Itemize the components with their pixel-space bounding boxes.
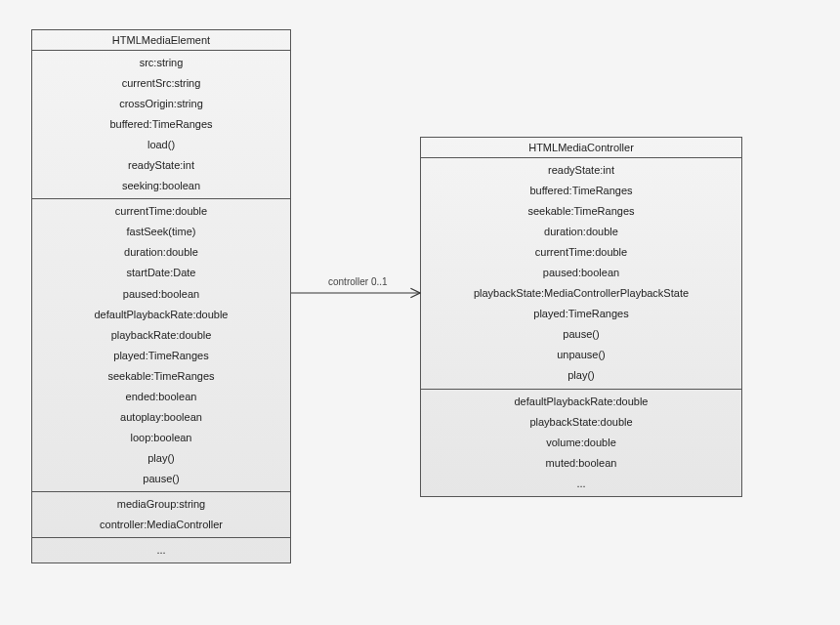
class-section: src:stringcurrentSrc:stringcrossOrigin:s… [32, 51, 290, 199]
class-member: unpause() [421, 345, 741, 365]
association-label: controller 0..1 [328, 276, 388, 287]
class-member: fastSeek(time) [32, 222, 290, 242]
class-member: ... [32, 540, 290, 561]
class-member: seekable:TimeRanges [32, 366, 290, 387]
class-box-htmlmediacontroller: HTMLMediaController readyState:intbuffer… [420, 137, 742, 497]
class-member: currentSrc:string [32, 73, 290, 94]
class-member: ended:boolean [32, 387, 290, 407]
class-member: paused:boolean [421, 263, 741, 283]
class-member: buffered:TimeRanges [421, 181, 741, 201]
class-member: seekable:TimeRanges [421, 201, 741, 222]
class-section: ... [32, 538, 290, 562]
class-member: paused:boolean [32, 284, 290, 305]
class-member: src:string [32, 53, 290, 73]
class-section: currentTime:doublefastSeek(time)duration… [32, 199, 290, 492]
diagram-canvas: HTMLMediaElement src:stringcurrentSrc:st… [0, 0, 840, 625]
class-box-htmlmediaelement: HTMLMediaElement src:stringcurrentSrc:st… [31, 29, 291, 563]
class-member: pause() [32, 469, 290, 489]
class-member: defaultPlaybackRate:double [32, 305, 290, 325]
class-member: volume:double [421, 433, 741, 453]
class-member: playbackRate:double [32, 325, 290, 346]
class-member: played:TimeRanges [32, 346, 290, 366]
class-member: duration:double [32, 242, 290, 263]
class-member: play() [421, 365, 741, 386]
class-member: load() [32, 135, 290, 155]
class-member: muted:boolean [421, 453, 741, 474]
class-member: loop:boolean [32, 428, 290, 448]
class-title: HTMLMediaController [421, 138, 741, 158]
class-member: playbackState:MediaControllerPlaybackSta… [421, 283, 741, 304]
class-member: seeking:boolean [32, 176, 290, 196]
class-section: readyState:intbuffered:TimeRangesseekabl… [421, 158, 741, 390]
class-member: crossOrigin:string [32, 94, 290, 114]
class-section: defaultPlaybackRate:doubleplaybackState:… [421, 390, 741, 496]
class-section: mediaGroup:stringcontroller:MediaControl… [32, 492, 290, 538]
class-member: playbackState:double [421, 412, 741, 433]
class-member: pause() [421, 324, 741, 345]
class-member: duration:double [421, 222, 741, 242]
class-member: defaultPlaybackRate:double [421, 392, 741, 412]
class-member: readyState:int [421, 160, 741, 181]
class-title: HTMLMediaElement [32, 30, 290, 51]
class-member: played:TimeRanges [421, 304, 741, 324]
class-member: currentTime:double [421, 242, 741, 263]
class-member: startDate:Date [32, 263, 290, 283]
class-member: autoplay:boolean [32, 407, 290, 428]
class-member: readyState:int [32, 155, 290, 176]
class-member: buffered:TimeRanges [32, 114, 290, 135]
class-member: ... [421, 474, 741, 494]
class-member: controller:MediaController [32, 515, 290, 535]
class-member: play() [32, 448, 290, 469]
class-member: currentTime:double [32, 201, 290, 222]
class-member: mediaGroup:string [32, 494, 290, 515]
